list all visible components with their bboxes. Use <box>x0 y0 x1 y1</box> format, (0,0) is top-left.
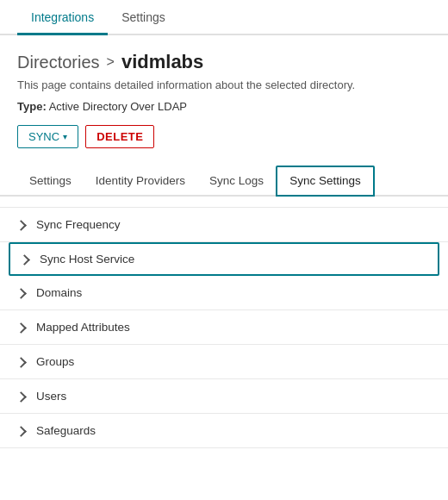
directory-type: Type: Active Directory Over LDAP <box>17 100 431 113</box>
tab-sync-logs[interactable]: Sync Logs <box>197 166 276 197</box>
chevron-right-icon <box>17 288 28 298</box>
breadcrumb-arrow: > <box>107 54 115 70</box>
breadcrumb-parent[interactable]: Directories <box>17 53 100 72</box>
breadcrumb: Directories > vidmlabs <box>17 51 431 73</box>
nav-item-integrations[interactable]: Integrations <box>17 0 108 35</box>
tab-identity-providers[interactable]: Identity Providers <box>84 166 197 197</box>
accordion-label: Sync Frequency <box>36 218 121 231</box>
top-navigation: Integrations Settings <box>0 0 448 35</box>
accordion-label: Safeguards <box>36 424 96 437</box>
accordion-item-groups[interactable]: Groups <box>0 345 448 379</box>
type-label: Type: <box>17 100 47 113</box>
accordion-item-sync-host-service[interactable]: Sync Host Service <box>9 242 439 276</box>
chevron-right-icon <box>17 220 28 230</box>
accordion-item-safeguards[interactable]: Safeguards <box>0 414 448 448</box>
accordion-label: Sync Host Service <box>40 253 134 266</box>
page-description: This page contains detailed information … <box>17 78 431 91</box>
chevron-right-icon <box>17 426 28 436</box>
sync-label: SYNC <box>28 130 59 143</box>
accordion-item-mapped-attributes[interactable]: Mapped Attributes <box>0 310 448 345</box>
tab-sync-settings[interactable]: Sync Settings <box>276 166 375 197</box>
accordion-item-domains[interactable]: Domains <box>0 276 448 310</box>
accordion-item-sync-frequency[interactable]: Sync Frequency <box>0 207 448 242</box>
breadcrumb-current: vidmlabs <box>121 51 203 73</box>
nav-item-settings[interactable]: Settings <box>108 0 179 35</box>
chevron-right-icon <box>17 391 28 402</box>
delete-button[interactable]: DELETE <box>85 125 154 148</box>
chevron-right-icon <box>17 322 28 333</box>
accordion-label: Mapped Attributes <box>36 321 130 334</box>
sub-tabs: Settings Identity Providers Sync Logs Sy… <box>0 166 448 197</box>
accordion-label: Domains <box>36 286 82 299</box>
page-header: Directories > vidmlabs This page contain… <box>0 35 448 162</box>
accordion-label: Users <box>36 390 66 403</box>
tab-settings[interactable]: Settings <box>17 166 84 197</box>
chevron-right-icon <box>17 357 28 367</box>
type-value: Active Directory Over LDAP <box>49 100 187 113</box>
sync-button[interactable]: SYNC ▾ <box>17 125 78 148</box>
accordion-list: Sync Frequency Sync Host Service Domains… <box>0 207 448 448</box>
accordion-item-users[interactable]: Users <box>0 379 448 414</box>
sync-chevron-icon: ▾ <box>63 132 67 141</box>
action-buttons: SYNC ▾ DELETE <box>17 125 431 148</box>
accordion-label: Groups <box>36 355 74 368</box>
chevron-right-icon <box>21 254 31 265</box>
